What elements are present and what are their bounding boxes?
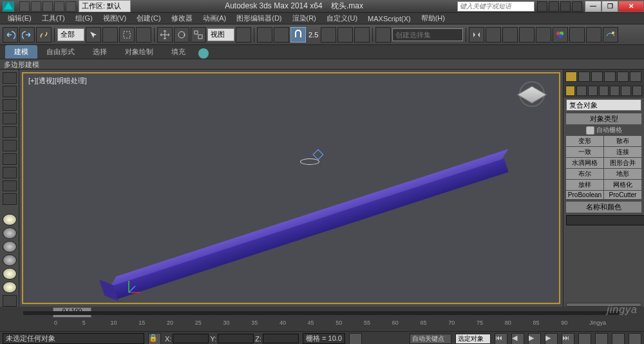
lt-lock-icon[interactable] — [3, 99, 17, 111]
btn-loft[interactable]: 放样 — [566, 180, 603, 190]
mirror-icon[interactable] — [469, 27, 484, 43]
viewcube[interactable] — [516, 79, 547, 110]
isolate-icon[interactable] — [349, 333, 362, 345]
qat-new-icon[interactable] — [19, 1, 30, 12]
lt-tool11-icon[interactable] — [3, 295, 17, 307]
btn-morph[interactable]: 变形 — [566, 136, 603, 146]
utilities-tab-icon[interactable] — [630, 72, 641, 82]
lt-select-icon[interactable] — [3, 72, 17, 84]
window-crossing-icon[interactable] — [136, 27, 151, 43]
lt-tool8-icon[interactable] — [3, 167, 17, 178]
infocenter-icon[interactable] — [537, 1, 547, 12]
systems-cat-icon[interactable] — [632, 86, 642, 96]
autokey-button[interactable]: 自动关键点 — [410, 334, 451, 344]
render-icon[interactable] — [603, 27, 618, 43]
scene-object-box[interactable] — [112, 158, 544, 304]
lt-tool6-icon[interactable] — [3, 140, 17, 151]
create-subcat-dropdown[interactable]: 复合对象 — [566, 99, 641, 111]
nav-zoom-icon[interactable] — [595, 333, 608, 345]
object-type-rollout[interactable]: 对象类型 — [566, 113, 641, 124]
z-input[interactable] — [263, 334, 299, 343]
cameras-cat-icon[interactable] — [599, 86, 609, 96]
layers-icon[interactable] — [502, 27, 518, 43]
select-object-icon[interactable] — [86, 27, 101, 43]
signin-icon[interactable] — [549, 1, 559, 12]
manipulate-icon[interactable] — [257, 27, 272, 43]
lt-subobj-icon[interactable] — [3, 86, 17, 97]
btn-proboolean[interactable]: ProBoolean — [566, 191, 603, 199]
qat-save-icon[interactable] — [43, 1, 53, 12]
display-tab-icon[interactable] — [617, 72, 629, 82]
workspace-dropdown[interactable]: 工作区: 默认 — [79, 0, 131, 12]
close-button[interactable]: ✕ — [618, 1, 644, 12]
ribbon-tab-freeform[interactable]: 自由形式 — [37, 45, 84, 59]
prev-frame-icon[interactable]: ◀ — [511, 333, 524, 345]
lt-light3-icon[interactable] — [3, 241, 17, 253]
btn-conform[interactable]: 一致 — [566, 147, 603, 157]
y-input[interactable] — [218, 334, 254, 343]
menu-create[interactable]: 创建(C) — [131, 12, 166, 24]
object-name-input[interactable] — [566, 215, 644, 225]
lt-tool10-icon[interactable] — [3, 193, 17, 205]
btn-shapemerge[interactable]: 图形合并 — [604, 158, 641, 168]
btn-boolean[interactable]: 布尔 — [566, 169, 603, 179]
help-search-input[interactable] — [457, 1, 535, 12]
modify-tab-icon[interactable] — [578, 72, 590, 82]
render-frame-icon[interactable] — [586, 27, 601, 43]
link-icon[interactable] — [36, 27, 52, 43]
create-tab-icon[interactable] — [565, 72, 577, 82]
menu-view[interactable]: 视图(V) — [98, 12, 132, 24]
btn-blobmesh[interactable]: 水滴网格 — [566, 158, 603, 168]
time-slider[interactable]: 0 / 100 — [0, 307, 644, 320]
menu-tools[interactable]: 工具(T) — [37, 12, 70, 24]
goto-end-icon[interactable]: ⏭ — [562, 333, 574, 345]
nav-maximize-icon[interactable] — [629, 333, 641, 345]
percent-snap-icon[interactable] — [337, 27, 353, 43]
menu-modifiers[interactable]: 修改器 — [166, 12, 198, 24]
lt-tool4-icon[interactable] — [3, 113, 17, 124]
scale-icon[interactable] — [191, 27, 206, 43]
schematic-icon[interactable] — [536, 27, 551, 43]
angle-snap-icon[interactable] — [321, 27, 336, 43]
favorites-icon[interactable] — [560, 1, 571, 12]
rotate-icon[interactable] — [174, 27, 189, 43]
lights-cat-icon[interactable] — [588, 86, 598, 96]
ribbon-tab-modeling[interactable]: 建模 — [5, 45, 37, 59]
align-icon[interactable] — [486, 27, 501, 43]
curve-editor-icon[interactable] — [519, 27, 535, 43]
btn-terrain[interactable]: 地形 — [604, 169, 641, 179]
lt-light6-icon[interactable] — [3, 282, 17, 293]
lt-tool9-icon[interactable] — [3, 180, 17, 192]
btn-connect[interactable]: 连接 — [604, 147, 641, 157]
qat-open-icon[interactable] — [31, 1, 41, 12]
named-selset-input[interactable] — [392, 28, 463, 41]
menu-grapheditor[interactable]: 图形编辑器(D) — [231, 12, 287, 24]
goto-start-icon[interactable]: ⏮ — [495, 333, 507, 345]
spinner-snap-icon[interactable] — [354, 27, 370, 43]
keymode-dropdown[interactable]: 选定对象 — [455, 334, 491, 344]
transform-gizmo[interactable] — [300, 151, 328, 167]
render-setup-icon[interactable] — [569, 27, 585, 43]
next-frame-icon[interactable]: ▶ — [545, 333, 558, 345]
selection-filter-dropdown[interactable]: 全部 — [57, 28, 84, 41]
menu-group[interactable]: 组(G) — [70, 12, 98, 24]
btn-scatter[interactable]: 散布 — [604, 136, 641, 146]
select-region-icon[interactable] — [119, 27, 135, 43]
undo-icon[interactable] — [3, 27, 18, 43]
helpers-cat-icon[interactable] — [610, 86, 620, 96]
keyboard-shortcut-icon[interactable] — [274, 27, 289, 43]
ribbon-tab-populate[interactable]: 填充 — [162, 45, 194, 59]
ribbon-tab-selection[interactable]: 选择 — [84, 45, 116, 59]
refcoord-dropdown[interactable]: 视图 — [207, 28, 234, 41]
lt-light2-icon[interactable] — [3, 227, 17, 239]
name-color-rollout[interactable]: 名称和颜色 — [566, 202, 641, 213]
pivot-center-icon[interactable] — [236, 27, 251, 43]
select-by-name-icon[interactable] — [102, 27, 118, 43]
play-icon[interactable]: ▶ — [528, 333, 541, 345]
x-input[interactable] — [173, 334, 209, 343]
nav-orbit-icon[interactable] — [612, 333, 625, 345]
ribbon-collapse-icon[interactable] — [198, 48, 209, 59]
menu-render[interactable]: 渲染(R) — [287, 12, 321, 24]
hierarchy-tab-icon[interactable] — [591, 72, 603, 82]
lock-selection-icon[interactable]: 🔒 — [148, 333, 161, 345]
